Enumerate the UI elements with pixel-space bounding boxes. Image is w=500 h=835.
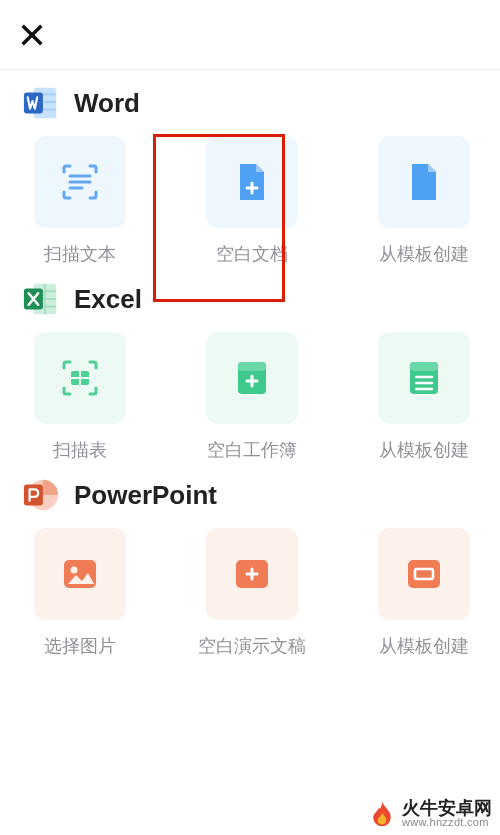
blank-presentation-icon [228, 550, 276, 598]
flame-icon [368, 800, 396, 828]
image-icon [56, 550, 104, 598]
tile-label: 空白工作簿 [207, 438, 297, 462]
ppt-app-icon [22, 476, 60, 514]
word-app-icon [22, 84, 60, 122]
ppt-tiles: 选择图片 空白演示文稿 [16, 528, 484, 658]
watermark-text: 火牛安卓网 www.hnzzdt.com [402, 799, 492, 829]
template-workbook-icon [400, 354, 448, 402]
svg-rect-37 [408, 560, 440, 588]
word-blank-doc-tile [206, 136, 298, 228]
tile-label: 扫描表 [53, 438, 107, 462]
excel-from-template[interactable]: 从模板创建 [364, 332, 484, 462]
section-header-word: Word [22, 84, 484, 122]
tile-label: 从模板创建 [379, 242, 469, 266]
section-word: Word 扫描文本 [16, 84, 484, 266]
word-tiles: 扫描文本 空白文档 [16, 136, 484, 266]
tile-label: 扫描文本 [44, 242, 116, 266]
word-from-template-tile [378, 136, 470, 228]
section-header-ppt: PowerPoint [22, 476, 484, 514]
word-from-template[interactable]: 从模板创建 [364, 136, 484, 266]
word-blank-doc[interactable]: 空白文档 [192, 136, 312, 266]
page: Word 扫描文本 [0, 0, 500, 835]
content: Word 扫描文本 [0, 84, 500, 658]
tile-label: 空白文档 [216, 242, 288, 266]
section-excel: Excel 扫描表 [16, 280, 484, 462]
section-title-word: Word [74, 88, 140, 119]
word-scan-text[interactable]: 扫描文本 [20, 136, 140, 266]
excel-scan-table[interactable]: 扫描表 [20, 332, 140, 462]
svg-point-33 [71, 567, 78, 574]
close-button[interactable] [18, 21, 46, 49]
excel-tiles: 扫描表 空白工作簿 [16, 332, 484, 462]
watermark: 火牛安卓网 www.hnzzdt.com [368, 799, 492, 829]
section-title-ppt: PowerPoint [74, 480, 217, 511]
topbar [0, 0, 500, 70]
ppt-choose-image-tile [34, 528, 126, 620]
excel-blank-workbook[interactable]: 空白工作簿 [192, 332, 312, 462]
excel-app-icon [22, 280, 60, 318]
tile-label: 从模板创建 [379, 438, 469, 462]
template-presentation-icon [400, 550, 448, 598]
section-title-excel: Excel [74, 284, 142, 315]
section-header-excel: Excel [22, 280, 484, 318]
ppt-from-template[interactable]: 从模板创建 [364, 528, 484, 658]
ppt-choose-image[interactable]: 选择图片 [20, 528, 140, 658]
svg-rect-26 [410, 362, 438, 371]
excel-scan-table-tile [34, 332, 126, 424]
svg-rect-22 [238, 362, 266, 371]
watermark-name: 火牛安卓网 [402, 799, 492, 818]
blank-workbook-icon [228, 354, 276, 402]
tile-label: 选择图片 [44, 634, 116, 658]
ppt-blank-presentation[interactable]: 空白演示文稿 [192, 528, 312, 658]
tile-label: 空白演示文稿 [198, 634, 306, 658]
svg-rect-31 [24, 485, 43, 506]
section-ppt: PowerPoint 选择图片 [16, 476, 484, 658]
scan-table-icon [56, 354, 104, 402]
tile-label: 从模板创建 [379, 634, 469, 658]
excel-blank-workbook-tile [206, 332, 298, 424]
ppt-blank-presentation-tile [206, 528, 298, 620]
blank-doc-icon [228, 158, 276, 206]
ppt-from-template-tile [378, 528, 470, 620]
watermark-url: www.hnzzdt.com [402, 817, 492, 829]
close-icon [18, 21, 46, 49]
scan-text-icon [56, 158, 104, 206]
template-doc-icon [400, 158, 448, 206]
word-scan-text-tile [34, 136, 126, 228]
excel-from-template-tile [378, 332, 470, 424]
